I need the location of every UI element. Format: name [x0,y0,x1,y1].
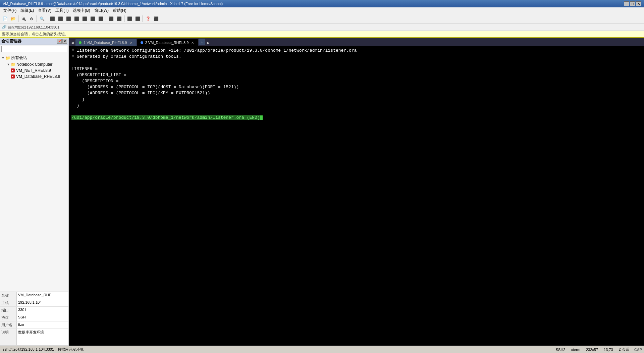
sidebar-tree: ▼ 📁 所有会话 ▼ 📁 Notebook Computer ● VM_NET_… [0,53,68,292]
title-bar-text: VM_Database_RHEL8.9 - root@Database:/u01… [3,2,624,6]
menu-help[interactable]: 帮助(H) [111,7,128,14]
tab-scroll-left[interactable]: ◀ [70,39,75,46]
sidebar-close-btn[interactable]: ✕ [62,39,67,44]
status-session-count: 2 会话 [616,346,632,353]
toolbar-btn15[interactable]: ⬛ [134,15,141,22]
maximize-button[interactable]: □ [630,1,635,6]
toolbar-help-btn[interactable]: ❓ [144,15,152,22]
info-row-port: 端口 3301 [0,307,68,314]
address-bar: 🔗 ssh://ttzo@192.168.1.104:3301 [0,23,644,31]
terminal-line-prompt: /u01/app/oracle/product/19.3.0/dbhome_1/… [71,115,641,121]
menu-tabs[interactable]: 选项卡(B) [71,7,92,14]
sidebar-pin-btn[interactable]: 📌 [57,39,62,44]
toolbar-btn11[interactable]: ⬛ [97,15,104,22]
menu-window[interactable]: 窗口(W) [92,7,111,14]
status-count-text: 2 会话 [619,347,629,352]
tab-2[interactable]: 2 VM_Database_RHEL8.9 ✕ [137,39,198,46]
status-cap-text: CAP [634,348,642,352]
toolbar-sep5 [124,15,124,22]
info-row-name: 名称 VM_Database_RHE... [0,292,68,299]
sidebar-header-label: 会话管理器 [1,38,21,44]
terminal-line-7: (ADDRESS = (PROTOCOL = TCP)(HOST = Datab… [71,84,641,90]
info-label-protocol: 协议 [0,314,17,321]
info-value-port: 3301 [17,307,28,314]
server-icon-1: ● [11,68,15,72]
toolbar-btn8[interactable]: ⬛ [73,15,80,22]
minimize-button[interactable]: ─ [624,1,629,6]
sidebar-search-input[interactable] [1,46,67,52]
sidebar-item-vm-database[interactable]: ● VM_Database_RHEL8.9 [0,73,68,80]
sidebar-item-vm-net[interactable]: ● VM_NET_RHEL8.9 [0,67,68,73]
tab-2-close[interactable]: ✕ [191,41,195,45]
toolbar-search-btn[interactable]: 🔍 [38,15,46,22]
info-value-host: 192.168.1.104 [17,299,43,306]
info-label-notes: 说明 [0,329,17,345]
toolbar-sep6 [143,15,143,22]
info-row-protocol: 协议 SSH [0,314,68,321]
menu-view[interactable]: 查看(V) [36,7,53,14]
toolbar-sep3 [47,15,47,22]
sidebar-header: 会话管理器 📌 ✕ [0,38,68,45]
status-protocol-text: SSH2 [556,348,566,352]
tree-expand-root: ▼ [1,56,5,60]
tab-1-close[interactable]: ✕ [129,41,133,45]
toolbar-sep1 [18,15,18,22]
terminal-line-10: ) [71,103,641,109]
tree-root-all-sessions[interactable]: ▼ 📁 所有会话 [0,54,68,61]
sidebar: 会话管理器 📌 ✕ ▼ 📁 所有会话 ▼ 📁 Notebook Computer… [0,38,69,346]
toolbar-btn17[interactable]: ⬛ [152,15,160,22]
title-bar-buttons: ─ □ ✕ [624,1,641,6]
tab-dot-2 [141,41,143,44]
terminal-line-5: (DESCRIPTION_LIST = [71,72,641,78]
terminal-line-4: LISTENER = [71,66,641,72]
terminal[interactable]: # listener.ora Network Configuration Fil… [69,46,644,346]
menu-tools[interactable]: 工具(T) [53,7,70,14]
sidebar-search-area [0,45,68,53]
toolbar-btn10[interactable]: ⬛ [89,15,96,22]
terminal-line-6: (DESCRIPTION = [71,78,641,84]
menu-edit[interactable]: 编辑(E) [18,7,36,14]
toolbar-btn12[interactable]: ⬛ [107,15,115,22]
address-icon: 🔗 [2,25,7,29]
tree-expand-notebook: ▼ [7,63,10,66]
status-size-text: 232x57 [586,348,598,352]
toolbar-sep2 [37,15,37,22]
tab-1[interactable]: 1 VM_Database_RHEL8.9 ✕ [75,39,137,46]
close-button[interactable]: ✕ [636,1,641,6]
toolbar: 📄 📂 🔌 ⊘ 🔍 ⬛ ⬛ ⬛ ⬛ ⬛ ⬛ ⬛ ⬛ ⬛ ⬛ ⬛ ❓ ⬛ [0,14,644,23]
status-size: 232x57 [583,346,601,353]
toolbar-btn9[interactable]: ⬛ [81,15,88,22]
terminal-container: ◀ 1 VM_Database_RHEL8.9 ✕ 2 VM_Database_… [69,38,644,346]
toolbar-disconnect-btn[interactable]: ⊘ [28,15,35,22]
toolbar-btn5[interactable]: ⬛ [49,15,56,22]
toolbar-btn6[interactable]: ⬛ [57,15,64,22]
tab-add-button[interactable]: + [199,39,205,45]
info-label-name: 名称 [0,292,17,299]
toolbar-btn13[interactable]: ⬛ [115,15,123,22]
toolbar-btn7[interactable]: ⬛ [65,15,72,22]
folder-icon-root: 📁 [5,56,10,60]
terminal-line-2: # Generated by Oracle configuration tool… [71,54,641,60]
info-row-username: 用户名 ttzo [0,321,68,329]
tree-item-notebook[interactable]: ▼ 📁 Notebook Computer [0,61,68,67]
toolbar-btn14[interactable]: ⬛ [126,15,133,22]
tab-scroll-right[interactable]: ▶ [206,39,211,46]
toolbar-sep4 [106,15,106,22]
terminal-prompt-text: /u01/app/oracle/product/19.3.0/dbhome_1/… [71,115,260,120]
hint-bar: 要添加当前会话，点击左侧的箭头按钮。 [0,31,644,38]
status-protocol: SSH2 [553,346,569,353]
status-terminal-text: xterm [571,348,580,352]
status-font-text: 13,73 [604,348,613,352]
info-value-username: ttzo [17,321,25,329]
toolbar-open-btn[interactable]: 📂 [9,15,17,22]
status-session-text: ssh://ttzo@192.168.1.104:3301，数据库开发环境 [3,347,84,352]
toolbar-connect-btn[interactable]: 🔌 [20,15,27,22]
sidebar-header-buttons: 📌 ✕ [57,39,67,44]
info-label-host: 主机 [0,299,17,306]
menu-file[interactable]: 文件(F) [1,7,18,14]
toolbar-new-btn[interactable]: 📄 [1,15,9,22]
sidebar-item-vm-net-label: VM_NET_RHEL8.9 [16,68,51,73]
title-bar: VM_Database_RHEL8.9 - root@Database:/u01… [0,0,644,7]
status-session-info: ssh://ttzo@192.168.1.104:3301，数据库开发环境 [0,346,553,353]
main-layout: 会话管理器 📌 ✕ ▼ 📁 所有会话 ▼ 📁 Notebook Computer… [0,38,644,346]
